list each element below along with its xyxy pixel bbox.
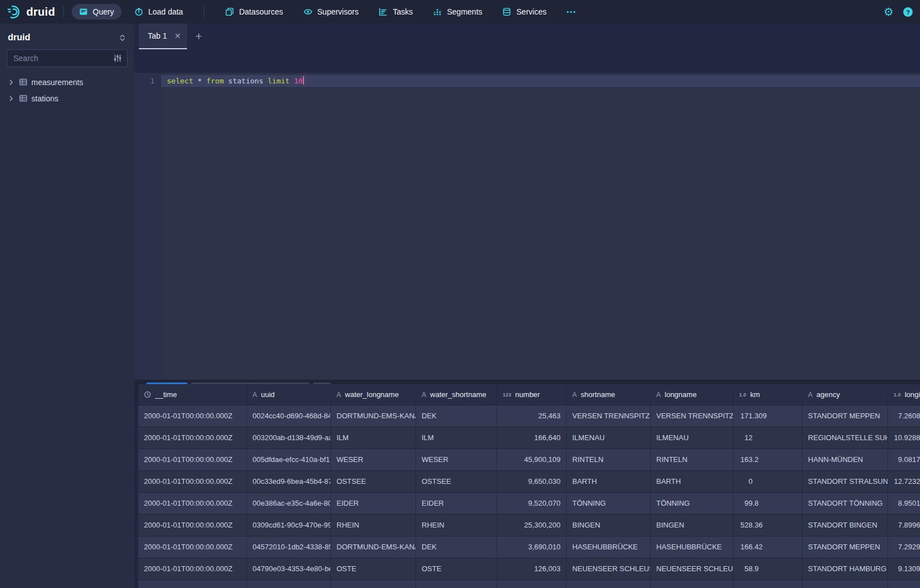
cell-water_longname[interactable]: DORTMUND-EMS-KANAL	[331, 405, 416, 427]
cell-uuid[interactable]: 04790e03-4353-4e80-be	[247, 558, 331, 580]
cell-longitude[interactable]: 7.260856	[888, 405, 920, 427]
cell-longitude[interactable]: 8.950149	[888, 493, 920, 514]
sidebar-table-stations[interactable]: stations	[0, 90, 134, 106]
cell-water_shortname[interactable]: OSTSEE	[416, 471, 497, 492]
druid-logo[interactable]: druid	[7, 4, 55, 20]
cell-longname[interactable]: BARTH	[651, 471, 734, 492]
tab-tab1[interactable]: Tab 1 ✕	[139, 24, 187, 49]
column-header-uuid[interactable]: Auuid	[247, 384, 331, 405]
cell-agency[interactable]: STANDORT BINGEN	[802, 515, 888, 536]
cell-water_shortname[interactable]: WESER	[416, 449, 497, 470]
nav-item-services[interactable]: Services	[495, 4, 554, 20]
cell-number[interactable]: 9,650,030	[497, 471, 567, 492]
cell-water_shortname[interactable]: DEK	[416, 536, 497, 558]
cell-shortname[interactable]: NEUENSEER SCHLEUSEN	[567, 558, 651, 580]
column-header-water_longname[interactable]: Awater_longname	[331, 384, 416, 405]
filter-icon[interactable]	[113, 54, 122, 63]
gear-icon[interactable]: ⚙	[884, 6, 894, 17]
cell-km[interactable]: 163.2	[734, 449, 802, 470]
nav-item-datasources[interactable]: Datasources	[218, 4, 291, 20]
cell-longitude[interactable]: 7.292912	[888, 536, 920, 558]
cell-__time[interactable]: 2000-01-01T00:00:00.000Z	[138, 515, 247, 536]
cell-longitude[interactable]: 12.723220	[888, 471, 920, 492]
search-input[interactable]	[12, 53, 113, 63]
cell-longname[interactable]: RINTELN	[651, 449, 734, 470]
cell-uuid[interactable]: 003200ab-d138-49d9-aa	[247, 427, 331, 449]
cell-number[interactable]: 25,300,200	[497, 515, 567, 536]
cell-km[interactable]: 0	[734, 471, 802, 492]
cell-uuid[interactable]: 0309cd61-90c9-470e-99	[247, 515, 331, 536]
cell-__time[interactable]: 2000-01-01T00:00:00.000Z	[138, 471, 247, 492]
sidebar-table-measurements[interactable]: measurements	[0, 74, 134, 90]
cell-shortname[interactable]: BINGEN	[567, 515, 651, 536]
cell-agency[interactable]: REGIONALSTELLE SUHL	[802, 427, 888, 449]
cell-uuid[interactable]: 0024cc40-d690-468d-84	[247, 405, 331, 427]
column-header-agency[interactable]: Aagency	[802, 384, 888, 405]
cell-water_longname[interactable]: EIDER	[331, 493, 416, 514]
cell-km[interactable]: 12	[734, 427, 802, 449]
cell-shortname[interactable]: HASEHUBBRÜCKE	[567, 536, 651, 558]
column-header-__time[interactable]: __time	[138, 384, 247, 405]
cell-km[interactable]: 166.42	[734, 536, 802, 558]
column-header-longitude[interactable]: 1.0longitude	[888, 384, 920, 405]
cell-longname[interactable]: ILMENAU	[651, 427, 734, 449]
cell-longname[interactable]: TÖNNING	[651, 493, 734, 514]
cell-longitude[interactable]: 9.130902	[888, 558, 920, 580]
tab-close-icon[interactable]: ✕	[174, 31, 181, 40]
cell-longname[interactable]: NEUENSEER SCHLEUSEN	[651, 558, 734, 580]
cell-number[interactable]: 25,463	[497, 405, 567, 427]
cell-uuid[interactable]: 005dfdae-efcc-410a-bf1	[247, 449, 331, 470]
nav-item-load-data[interactable]: Load data	[127, 4, 190, 20]
cell-agency[interactable]: STANDORT MEPPEN	[802, 405, 888, 427]
cell-water_shortname[interactable]: EIDER	[416, 493, 497, 514]
cell-__time[interactable]: 2000-01-01T00:00:00.000Z	[138, 427, 247, 449]
cell-number[interactable]: 45,900,109	[497, 449, 567, 470]
cell-longname[interactable]: BINGEN	[651, 515, 734, 536]
cell-water_longname[interactable]: WESER	[331, 449, 416, 470]
nav-item-more[interactable]: •••	[559, 5, 584, 18]
cell-longitude[interactable]: 9.081704	[888, 449, 920, 470]
cell-km[interactable]: 171.309	[734, 405, 802, 427]
cell-water_shortname[interactable]: DEK	[416, 405, 497, 427]
nav-item-tasks[interactable]: Tasks	[371, 4, 420, 20]
cell-shortname[interactable]: RINTELN	[567, 449, 651, 470]
cell-longname[interactable]: VERSEN TRENNSPITZE	[651, 405, 734, 427]
cell-longitude[interactable]: 7.899667	[888, 515, 920, 536]
cell-number[interactable]: 166,640	[497, 427, 567, 449]
cell-__time[interactable]: 2000-01-01T00:00:00.000Z	[138, 449, 247, 470]
editor-code-area[interactable]: select * from stations limit 10	[161, 73, 920, 380]
cell-__time[interactable]: 2000-01-01T00:00:00.000Z	[138, 405, 247, 427]
nav-item-segments[interactable]: Segments	[426, 4, 489, 20]
column-header-shortname[interactable]: Ashortname	[567, 384, 651, 405]
nav-item-query[interactable]: Query	[72, 4, 122, 20]
cell-shortname[interactable]: VERSEN TRENNSPITZE	[567, 405, 651, 427]
cell-km[interactable]: 58.9	[734, 558, 802, 580]
cell-agency[interactable]: STANDORT TÖNNING	[802, 493, 888, 514]
cell-water_longname[interactable]: DORTMUND-EMS-KANAL	[331, 536, 416, 558]
cell-longname[interactable]: HASEHUBBRÜCKE	[651, 536, 734, 558]
cell-water_shortname[interactable]: RHEIN	[416, 515, 497, 536]
cell-shortname[interactable]: ILMENAU	[567, 427, 651, 449]
cell-longitude[interactable]: 10.928842	[888, 427, 920, 449]
new-tab-button[interactable]: +	[187, 24, 211, 49]
cell-shortname[interactable]: TÖNNING	[567, 493, 651, 514]
cell-water_longname[interactable]: RHEIN	[331, 515, 416, 536]
cell-agency[interactable]: STANDORT HAMBURG	[802, 558, 888, 580]
cell-__time[interactable]: 2000-01-01T00:00:00.000Z	[138, 536, 247, 558]
cell-water_longname[interactable]: OSTSEE	[331, 471, 416, 492]
cell-agency[interactable]: STANDORT STRALSUND	[802, 471, 888, 492]
cell-uuid[interactable]: 00c33ed9-6bea-45b4-87	[247, 471, 331, 492]
column-header-water_shortname[interactable]: Awater_shortname	[416, 384, 497, 405]
cell-number[interactable]: 126,003	[497, 558, 567, 580]
cell-agency[interactable]: HANN-MÜNDEN	[802, 449, 888, 470]
schema-selector[interactable]: druid	[0, 24, 134, 49]
column-header-longname[interactable]: Alongname	[651, 384, 734, 405]
cell-number[interactable]: 9,520,070	[497, 493, 567, 514]
cell-uuid[interactable]: 04572010-1db2-4338-85	[247, 536, 331, 558]
cell-agency[interactable]: STANDORT MEPPEN	[802, 536, 888, 558]
help-icon[interactable]: ?	[903, 7, 913, 17]
cell-water_shortname[interactable]: OSTE	[416, 558, 497, 580]
cell-uuid[interactable]: 00e386ac-e35c-4a6e-80	[247, 493, 331, 514]
cell-__time[interactable]: 2000-01-01T00:00:00.000Z	[138, 558, 247, 580]
column-header-number[interactable]: 123number	[497, 384, 567, 405]
